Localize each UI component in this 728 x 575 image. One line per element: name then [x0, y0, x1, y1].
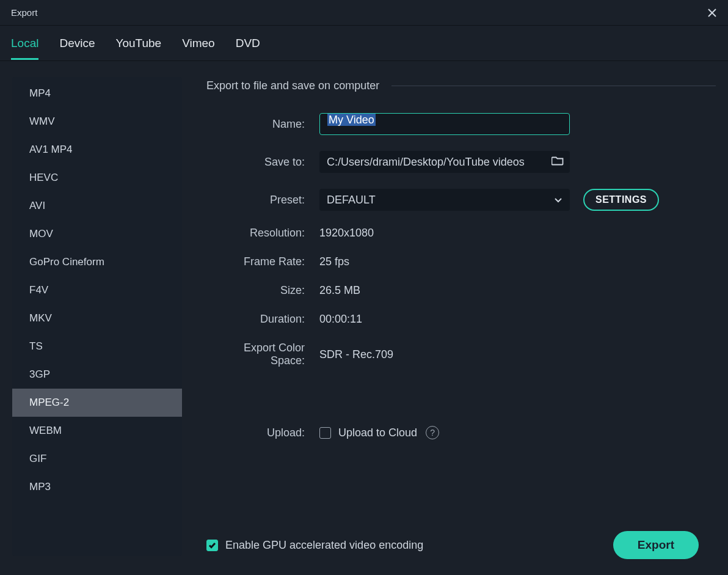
resolution-label: Resolution: [206, 227, 319, 240]
duration-value: 00:00:11 [319, 313, 362, 326]
name-label: Name: [206, 118, 319, 131]
row-resolution: Resolution: 1920x1080 [206, 227, 716, 240]
settings-button[interactable]: SETTINGS [583, 189, 659, 211]
window-title: Export [11, 7, 37, 18]
format-mp3[interactable]: MP3 [12, 473, 182, 501]
row-saveto: Save to: C:/Users/drami/Desktop/YouTube … [206, 151, 716, 173]
tab-youtube[interactable]: YouTube [116, 27, 162, 59]
row-duration: Duration: 00:00:11 [206, 313, 716, 326]
name-input-selection: My Video [327, 114, 376, 126]
export-form: Name: My Video Save to: C:/Users/drami/D… [206, 113, 716, 367]
framerate-label: Frame Rate: [206, 255, 319, 268]
check-icon [208, 542, 216, 549]
format-hevc[interactable]: HEVC [12, 164, 182, 192]
section-header: Export to file and save on computer [206, 79, 716, 92]
size-label: Size: [206, 284, 319, 297]
tab-dvd[interactable]: DVD [236, 27, 260, 59]
colorspace-label: Export Color Space: [206, 342, 319, 367]
format-gopro[interactable]: GoPro Cineform [12, 248, 182, 276]
dialog-body: MP4 WMV AV1 MP4 HEVC AVI MOV GoPro Cinef… [0, 61, 728, 575]
format-av1mp4[interactable]: AV1 MP4 [12, 136, 182, 164]
preset-value: DEFAULT [327, 194, 376, 207]
saveto-field[interactable]: C:/Users/drami/Desktop/YouTube videos [319, 151, 570, 173]
preset-select[interactable]: DEFAULT [319, 189, 570, 211]
tab-device[interactable]: Device [59, 27, 95, 59]
colorspace-value: SDR - Rec.709 [319, 348, 393, 361]
row-colorspace: Export Color Space: SDR - Rec.709 [206, 342, 716, 367]
titlebar: Export [0, 0, 728, 26]
format-mp4[interactable]: MP4 [12, 79, 182, 108]
name-input[interactable]: My Video [319, 113, 570, 135]
format-sidebar: MP4 WMV AV1 MP4 HEVC AVI MOV GoPro Cinef… [12, 77, 182, 556]
format-gif[interactable]: GIF [12, 445, 182, 473]
format-webm[interactable]: WEBM [12, 417, 182, 445]
resolution-value: 1920x1080 [319, 227, 374, 240]
saveto-value: C:/Users/drami/Desktop/YouTube videos [327, 156, 525, 169]
gpu-label: Enable GPU accelerated video encoding [225, 539, 423, 552]
framerate-value: 25 fps [319, 255, 349, 268]
format-avi[interactable]: AVI [12, 192, 182, 220]
section-divider [391, 86, 716, 86]
row-framerate: Frame Rate: 25 fps [206, 255, 716, 268]
export-button[interactable]: Export [613, 531, 699, 559]
gpu-checkbox[interactable] [206, 540, 218, 551]
chevron-down-icon [554, 194, 562, 207]
row-gpu: Enable GPU accelerated video encoding [206, 539, 423, 552]
tab-local[interactable]: Local [11, 27, 38, 59]
tab-bar: Local Device YouTube Vimeo DVD [0, 26, 728, 61]
row-upload: Upload: Upload to Cloud ? [206, 426, 716, 439]
upload-checkbox[interactable] [319, 427, 331, 439]
upload-label: Upload: [206, 427, 319, 439]
format-mpeg2[interactable]: MPEG-2 [12, 389, 182, 417]
format-mkv[interactable]: MKV [12, 304, 182, 332]
section-title: Export to file and save on computer [206, 79, 379, 92]
close-button[interactable] [705, 5, 719, 20]
format-ts[interactable]: TS [12, 332, 182, 361]
duration-label: Duration: [206, 313, 319, 326]
folder-icon[interactable] [551, 156, 564, 169]
format-3gp[interactable]: 3GP [12, 361, 182, 389]
saveto-label: Save to: [206, 156, 319, 169]
row-size: Size: 26.5 MB [206, 284, 716, 297]
upload-checkbox-label: Upload to Cloud [338, 427, 417, 439]
tab-vimeo[interactable]: Vimeo [182, 27, 215, 59]
format-f4v[interactable]: F4V [12, 276, 182, 304]
format-wmv[interactable]: WMV [12, 108, 182, 136]
row-preset: Preset: DEFAULT SETTINGS [206, 189, 716, 211]
help-icon[interactable]: ? [426, 426, 439, 439]
close-icon [707, 7, 718, 18]
preset-label: Preset: [206, 194, 319, 207]
row-name: Name: My Video [206, 113, 716, 135]
size-value: 26.5 MB [319, 284, 360, 297]
format-mov[interactable]: MOV [12, 220, 182, 248]
main-panel: Export to file and save on computer Name… [206, 77, 716, 563]
footer: Enable GPU accelerated video encoding Ex… [206, 531, 699, 559]
